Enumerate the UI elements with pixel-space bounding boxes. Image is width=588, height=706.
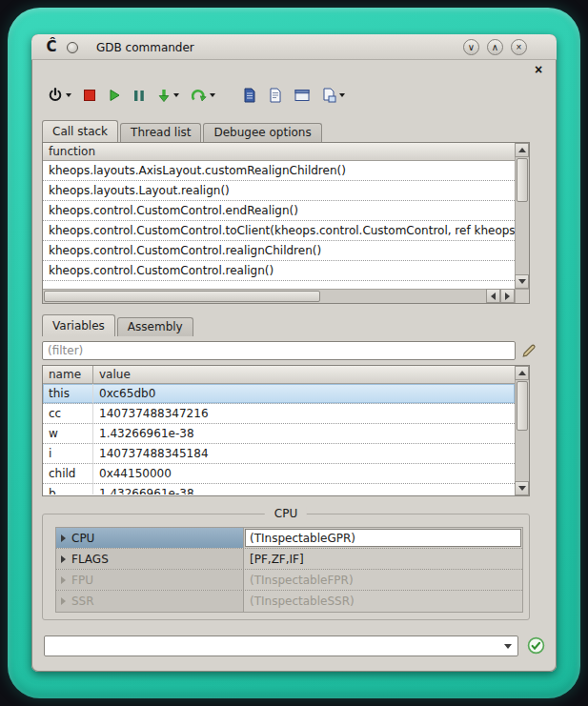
stop-icon bbox=[84, 90, 95, 101]
stop-button[interactable] bbox=[81, 88, 98, 103]
cpu-row-name[interactable]: CPU bbox=[56, 528, 243, 548]
variable-value: 0x44150000 bbox=[93, 464, 515, 483]
tab-call-stack[interactable]: Call stack bbox=[42, 120, 118, 142]
power-button[interactable] bbox=[45, 86, 74, 105]
tab-variables[interactable]: Variables bbox=[42, 314, 115, 336]
cpu-row[interactable]: CPU bbox=[56, 528, 522, 549]
register-value-label: (TInspectableSSR) bbox=[250, 595, 355, 608]
step-into-button[interactable] bbox=[154, 87, 182, 105]
variable-name: child bbox=[43, 464, 93, 483]
variable-row[interactable]: b 1.43266961e-38 bbox=[43, 484, 515, 494]
power-dropdown-icon[interactable] bbox=[66, 93, 71, 97]
expand-arrow-icon[interactable] bbox=[61, 576, 66, 584]
step-into-dropdown-icon[interactable] bbox=[173, 93, 179, 97]
scroll-left-button[interactable] bbox=[486, 289, 500, 303]
filter-options-button[interactable] bbox=[520, 343, 537, 360]
cpu-row[interactable]: SSR (TInspectableSSR) bbox=[56, 591, 522, 612]
variable-name: i bbox=[43, 444, 93, 463]
combo-dropdown-button[interactable] bbox=[498, 636, 517, 656]
callstack-row[interactable]: kheops.control.CustomControl.endRealign(… bbox=[43, 201, 515, 221]
register-group-label: CPU bbox=[71, 532, 94, 545]
scroll-up-button[interactable] bbox=[515, 143, 529, 157]
run-button[interactable] bbox=[105, 87, 124, 104]
callstack-rows: kheops.layouts.AxisLayout.customRealignC… bbox=[43, 161, 515, 289]
tab-assembly[interactable]: Assembly bbox=[117, 317, 193, 336]
scroll-down-button[interactable] bbox=[515, 274, 529, 289]
scroll-right-button[interactable] bbox=[500, 289, 515, 303]
variable-name: cc bbox=[43, 404, 93, 423]
cpu-row-name[interactable]: FPU bbox=[56, 570, 243, 590]
variable-value: 1.43266961e-38 bbox=[93, 484, 515, 494]
dock-close-button[interactable]: × bbox=[531, 63, 546, 76]
cpu-row-name[interactable]: FLAGS bbox=[56, 549, 243, 569]
hscroll-thumb[interactable] bbox=[44, 291, 320, 302]
command-input[interactable] bbox=[46, 637, 496, 655]
column-function[interactable]: function bbox=[43, 143, 515, 160]
column-value[interactable]: value bbox=[93, 366, 515, 383]
vscroll-thumb[interactable] bbox=[517, 158, 528, 202]
register-value-label: (TInspectableFPR) bbox=[250, 574, 354, 587]
cpu-row-name[interactable]: SSR bbox=[56, 591, 243, 612]
cpu-groupbox: CPU CPU FLAGS bbox=[42, 506, 530, 620]
add-watch-dropdown-icon[interactable] bbox=[339, 93, 345, 97]
tab-thread-list[interactable]: Thread list bbox=[120, 123, 201, 142]
variable-value: 0xc65db0 bbox=[93, 384, 515, 403]
filter-input[interactable] bbox=[42, 341, 516, 360]
variable-row[interactable]: this 0xc65db0 bbox=[43, 384, 515, 404]
titlebar[interactable]: Ĉ GDB commander ∨ ∧ × bbox=[31, 34, 557, 60]
groupbox-title: CPU bbox=[265, 507, 307, 520]
add-watch-button[interactable] bbox=[319, 86, 348, 105]
register-group-label: FLAGS bbox=[71, 553, 109, 566]
scroll-up-button[interactable] bbox=[515, 366, 529, 380]
callstack-header[interactable]: function bbox=[43, 143, 515, 161]
callstack-vscrollbar[interactable] bbox=[515, 143, 529, 289]
cpu-row[interactable]: FLAGS [PF,ZF,IF] bbox=[56, 549, 522, 570]
variable-row[interactable]: child 0x44150000 bbox=[43, 464, 515, 484]
view-source-button[interactable] bbox=[240, 86, 259, 105]
stack-tabbar: Call stack Thread list Debugee options bbox=[42, 120, 324, 142]
tab-debugee-options[interactable]: Debugee options bbox=[203, 123, 321, 142]
view-listing-button[interactable] bbox=[266, 86, 285, 105]
variables-header[interactable]: name value bbox=[43, 366, 515, 384]
maximize-button[interactable]: ∧ bbox=[487, 39, 503, 55]
pause-icon bbox=[133, 90, 145, 102]
shade-button[interactable]: ∨ bbox=[463, 39, 479, 55]
step-over-button[interactable] bbox=[189, 87, 218, 104]
source-doc-icon bbox=[243, 88, 256, 103]
step-over-dropdown-icon[interactable] bbox=[210, 93, 215, 97]
right-arrow-icon bbox=[505, 292, 510, 300]
variable-value: 140737488347216 bbox=[93, 404, 515, 423]
expand-arrow-icon[interactable] bbox=[61, 555, 66, 563]
app-icon[interactable]: Ĉ bbox=[43, 38, 60, 55]
scrollbar-corner bbox=[515, 289, 529, 303]
expand-arrow-icon[interactable] bbox=[61, 535, 66, 542]
variable-row[interactable]: w 1.43266961e-38 bbox=[43, 424, 515, 444]
variable-name: this bbox=[43, 384, 93, 403]
view-memory-button[interactable] bbox=[292, 87, 313, 104]
cpu-row[interactable]: FPU (TInspectableFPR) bbox=[56, 570, 522, 591]
cpu-row-value: [PF,ZF,IF] bbox=[243, 549, 522, 569]
callstack-row[interactable]: kheops.control.CustomControl.realignChil… bbox=[43, 241, 515, 261]
expand-arrow-icon[interactable] bbox=[61, 597, 66, 605]
close-button[interactable]: × bbox=[511, 39, 527, 55]
left-arrow-icon bbox=[491, 292, 496, 300]
scroll-down-button[interactable] bbox=[515, 481, 529, 495]
variable-value: 140737488345184 bbox=[93, 444, 515, 463]
column-name[interactable]: name bbox=[43, 366, 93, 383]
register-value-field[interactable] bbox=[245, 529, 521, 547]
pause-button[interactable] bbox=[131, 88, 148, 104]
send-command-button[interactable] bbox=[526, 636, 545, 656]
vscroll-thumb[interactable] bbox=[517, 381, 528, 431]
callstack-row[interactable]: kheops.layouts.AxisLayout.customRealignC… bbox=[43, 161, 515, 181]
window-menu-icon[interactable] bbox=[67, 42, 78, 53]
variable-row[interactable]: i 140737488345184 bbox=[43, 444, 515, 464]
callstack-hscrollbar[interactable] bbox=[43, 289, 515, 303]
callstack-row[interactable]: kheops.layouts.Layout.realign() bbox=[43, 181, 515, 201]
debug-toolbar bbox=[45, 80, 355, 111]
variables-vscrollbar[interactable] bbox=[515, 366, 529, 495]
up-arrow-icon bbox=[518, 148, 526, 152]
callstack-row[interactable]: kheops.control.CustomControl.toClient(kh… bbox=[43, 221, 515, 241]
down-arrow-icon bbox=[518, 279, 526, 284]
callstack-row[interactable]: kheops.control.CustomControl.realign() bbox=[43, 261, 515, 281]
variable-row[interactable]: cc 140737488347216 bbox=[43, 404, 515, 424]
